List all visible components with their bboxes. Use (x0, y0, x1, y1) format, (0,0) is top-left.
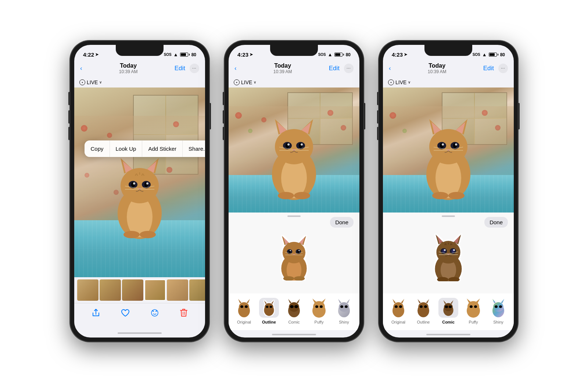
share-toolbar-button[interactable] (89, 306, 103, 322)
time-display-1: 4:22 ➤ (83, 51, 98, 58)
photo-area-3[interactable] (383, 88, 514, 213)
share-button[interactable]: Share... (183, 140, 205, 157)
svg-marker-76 (288, 299, 291, 303)
battery-icon-2 (334, 53, 344, 57)
svg-point-33 (287, 143, 290, 146)
svg-point-18 (123, 231, 140, 238)
svg-point-72 (266, 306, 268, 308)
more-button-3[interactable]: ··· (498, 64, 508, 73)
sticker-panel-2: Done (229, 213, 359, 330)
phone-frame-3: 4:23 ➤ SOS ▲ 80 ‹ Today (379, 40, 518, 342)
phone-1: 4:22 ➤ SOS ▲ 80 ‹ Today (70, 40, 209, 342)
sticker-option-comic-3[interactable]: Comic (438, 298, 458, 324)
back-button-2[interactable]: ‹ (234, 65, 237, 72)
done-button-3[interactable]: Done (484, 217, 508, 228)
sticker-option-outline-3[interactable]: Outline (413, 298, 433, 324)
copy-button[interactable]: Copy (85, 140, 110, 157)
add-sticker-button[interactable]: Add Sticker (142, 140, 183, 157)
svg-point-78 (290, 305, 294, 308)
nav-actions-3: Edit ··· (483, 64, 508, 73)
svg-marker-159 (492, 299, 496, 303)
drag-handle-3 (442, 215, 455, 217)
svg-marker-148 (451, 300, 453, 304)
look-up-button[interactable]: Look Up (110, 140, 143, 157)
delete-toolbar-button[interactable] (177, 305, 191, 323)
sticker-preview-2 (272, 231, 316, 282)
sticker-option-puffy-3[interactable]: Puffy (463, 298, 483, 324)
sticker-preview-3 (424, 231, 472, 282)
svg-point-137 (395, 305, 398, 308)
home-indicator-2 (229, 330, 359, 338)
live-chevron-icon-3: ∨ (408, 80, 410, 84)
thumb-5[interactable] (167, 279, 188, 301)
more-button-2[interactable]: ··· (344, 64, 354, 73)
svg-point-73 (270, 306, 272, 308)
thumb-6[interactable] (189, 279, 205, 301)
live-label-2: LIVE (241, 79, 252, 85)
cat-silhouette-3 (415, 115, 481, 200)
sticker-option-original-3[interactable]: Original (388, 298, 408, 324)
live-badge-3[interactable]: ● LIVE ∨ (383, 77, 514, 88)
svg-marker-89 (338, 299, 341, 303)
nav-title-2: Today 10:39 AM (273, 63, 292, 74)
phone-3: 4:23 ➤ SOS ▲ 80 ‹ Today (379, 40, 518, 342)
svg-marker-141 (417, 299, 421, 303)
svg-marker-65 (247, 299, 250, 303)
sticker-option-comic-2[interactable]: Comic (284, 298, 304, 324)
sticker-option-shiny-2[interactable]: Shiny (334, 298, 354, 324)
cat-photo-scene-3 (383, 88, 514, 213)
nav-title-main-1: Today (119, 63, 138, 69)
status-icons-3: SOS ▲ 80 (473, 52, 505, 57)
location-arrow-icon: ➤ (95, 52, 98, 57)
battery-pct-2: 80 (346, 52, 351, 57)
svg-point-67 (245, 305, 248, 308)
edit-button-2[interactable]: Edit (329, 65, 340, 72)
svg-marker-83 (321, 299, 326, 303)
svg-point-24 (275, 129, 313, 164)
thumb-3[interactable] (122, 279, 143, 301)
outline-label-2: Outline (262, 320, 276, 324)
live-badge-1[interactable]: ● LIVE ∨ (74, 77, 205, 88)
svg-point-105 (455, 143, 457, 146)
done-button-2[interactable]: Done (330, 217, 354, 228)
wifi-icon-3: ▲ (482, 52, 487, 57)
notch-1 (116, 45, 164, 56)
screen-3: 4:23 ➤ SOS ▲ 80 ‹ Today (383, 45, 514, 338)
more-button-1[interactable]: ··· (190, 64, 199, 73)
svg-point-162 (499, 305, 502, 308)
screen-1: 4:22 ➤ SOS ▲ 80 ‹ Today (74, 45, 205, 338)
thumb-1[interactable] (77, 279, 98, 301)
puffy-label-2: Puffy (315, 320, 324, 324)
cat-silhouette-2 (261, 115, 327, 200)
thumb-2[interactable] (100, 279, 121, 301)
sticker-option-outline-2[interactable]: Outline (259, 298, 279, 324)
svg-marker-154 (476, 299, 480, 303)
cat-silhouette-1 (107, 154, 173, 239)
svg-point-138 (399, 305, 402, 308)
battery-icon-3 (489, 53, 498, 57)
sticker-option-puffy-2[interactable]: Puffy (309, 298, 329, 324)
photo-area-1[interactable]: Copy Look Up Add Sticker Share... (74, 88, 205, 277)
cat-toolbar-button[interactable] (147, 305, 162, 323)
svg-point-66 (240, 305, 243, 308)
outline-label-3: Outline (417, 320, 430, 324)
battery-icon-1 (180, 53, 190, 57)
svg-marker-82 (312, 299, 317, 303)
phone-frame-1: 4:22 ➤ SOS ▲ 80 ‹ Today (70, 40, 209, 342)
original-label-2: Original (237, 320, 251, 324)
svg-point-92 (345, 305, 348, 308)
phone-2: 4:23 ➤ SOS ▲ 80 ‹ Today (224, 40, 364, 342)
edit-button-1[interactable]: Edit (175, 65, 185, 72)
thumb-4[interactable] (144, 279, 166, 301)
live-badge-2[interactable]: ● LIVE ∨ (229, 77, 359, 88)
back-button-1[interactable]: ‹ (80, 65, 82, 72)
sticker-option-original-2[interactable]: Original (234, 298, 254, 324)
more-dots-icon-2: ··· (347, 66, 351, 70)
svg-point-104 (442, 143, 444, 146)
heart-toolbar-button[interactable] (118, 306, 133, 322)
time-display-3: 4:23 ➤ (392, 51, 407, 58)
back-button-3[interactable]: ‹ (389, 65, 391, 72)
photo-area-2[interactable] (229, 88, 359, 213)
edit-button-3[interactable]: Edit (483, 65, 494, 72)
sticker-option-shiny-3[interactable]: Shiny (488, 298, 508, 324)
